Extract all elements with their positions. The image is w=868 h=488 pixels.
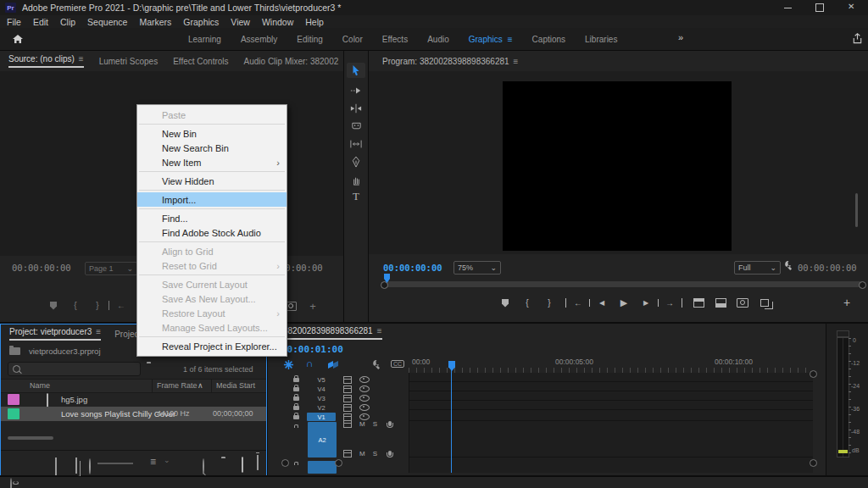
freeform-view-button[interactable]: [75, 458, 77, 474]
track-label-v4[interactable]: V4: [307, 385, 336, 393]
scroll-handle[interactable]: [281, 459, 289, 467]
add-marker-button[interactable]: [494, 299, 516, 308]
mark-out-button[interactable]: }: [86, 301, 108, 310]
sync-lock-icon[interactable]: [343, 404, 352, 412]
workspace-tab-graphics[interactable]: Graphics ≡: [469, 35, 513, 44]
audio-source-patch-partial[interactable]: [308, 461, 337, 474]
timeline-lanes[interactable]: [409, 373, 813, 473]
program-scrubber[interactable]: [384, 281, 862, 287]
solo-button[interactable]: S: [373, 420, 377, 428]
workspace-menu-icon[interactable]: ≡: [508, 35, 513, 44]
panel-menu-icon[interactable]: ≡: [514, 57, 519, 66]
share-button[interactable]: [851, 32, 864, 45]
menu-edit[interactable]: Edit: [33, 17, 48, 27]
menu-item-view-hidden[interactable]: View Hidden: [137, 174, 287, 188]
workspace-tab-color[interactable]: Color: [342, 35, 363, 44]
workspace-tab-learning[interactable]: Learning: [188, 35, 221, 44]
go-to-in-button[interactable]: ←: [565, 298, 589, 308]
search-input[interactable]: [8, 362, 141, 376]
horizontal-scrollbar[interactable]: [8, 436, 53, 440]
tab-source[interactable]: Source: (no clips) ≡: [8, 54, 84, 68]
mark-in-button[interactable]: {: [516, 298, 538, 308]
mark-out-button[interactable]: }: [538, 298, 560, 308]
scroll-handle[interactable]: [810, 459, 817, 467]
program-resolution-dropdown[interactable]: Full⌄: [734, 261, 781, 274]
zoom-slider-knob[interactable]: [89, 459, 91, 474]
column-media-start[interactable]: Media Start: [216, 381, 255, 390]
button-editor-button[interactable]: +: [302, 300, 324, 313]
track-label-v5[interactable]: V5: [307, 375, 336, 384]
track-output-icon[interactable]: [359, 395, 370, 402]
column-frame-rate[interactable]: Frame Rate: [157, 381, 198, 390]
tab-project-vietproducer3[interactable]: Project: vietproducer3 ≡: [9, 327, 101, 341]
voiceover-record-icon[interactable]: [388, 421, 392, 426]
clear-button[interactable]: [257, 455, 259, 470]
workspace-tab-editing[interactable]: Editing: [297, 35, 323, 44]
snap-toggle-button[interactable]: ∩: [306, 358, 314, 369]
export-frame-button[interactable]: [732, 298, 754, 308]
track-output-icon[interactable]: [359, 385, 370, 392]
track-lock-icon[interactable]: [293, 387, 299, 391]
track-label-v3[interactable]: V3: [307, 394, 336, 402]
track-lock-icon[interactable]: [293, 378, 299, 382]
program-zoom-dropdown[interactable]: 75%⌄: [453, 261, 501, 274]
pen-tool[interactable]: [347, 154, 365, 169]
program-scrollbar[interactable]: [855, 193, 858, 227]
sync-lock-icon[interactable]: [343, 376, 352, 384]
menu-item-find-adobe-stock-audio[interactable]: Find Adobe Stock Audio: [137, 225, 287, 240]
menu-file[interactable]: File: [7, 17, 21, 27]
workspace-tab-audio[interactable]: Audio: [427, 35, 449, 44]
track-lock-icon[interactable]: [293, 396, 299, 401]
track-output-icon[interactable]: [359, 376, 370, 383]
slip-tool[interactable]: [347, 136, 365, 152]
step-back-button[interactable]: ◀: [589, 299, 613, 307]
sync-lock-icon[interactable]: [343, 450, 352, 458]
nest-toggle-button[interactable]: [283, 359, 294, 370]
menu-sequence[interactable]: Sequence: [87, 17, 127, 27]
menu-item-import[interactable]: Import...: [137, 192, 287, 207]
tab-sequence[interactable]: 3820028398898366281 ≡: [283, 326, 382, 340]
scrubber-right-handle[interactable]: [859, 281, 866, 289]
comparison-view-button[interactable]: [754, 299, 776, 307]
menu-item-new-bin[interactable]: New Bin: [137, 126, 287, 141]
voiceover-record-icon[interactable]: [388, 451, 392, 456]
label-color-swatch[interactable]: [8, 394, 19, 405]
new-item-button[interactable]: [242, 458, 243, 473]
play-button[interactable]: ▶: [613, 297, 635, 308]
menu-clip[interactable]: Clip: [60, 17, 75, 27]
workspace-tab-captions[interactable]: Captions: [532, 35, 565, 44]
extract-button[interactable]: [709, 298, 732, 308]
tab-audio-clip-mixer[interactable]: Audio Clip Mixer: 382002: [244, 57, 339, 66]
menu-graphics[interactable]: Graphics: [183, 17, 219, 27]
timeline-timecode[interactable]: 00:00:01:00: [281, 344, 343, 355]
home-button[interactable]: [11, 32, 25, 46]
selection-tool[interactable]: [347, 63, 365, 78]
close-button[interactable]: ✕: [848, 2, 854, 11]
table-row[interactable]: hg5.jpg: [1, 392, 266, 407]
ripple-edit-tool[interactable]: [347, 101, 365, 116]
solo-button[interactable]: S: [373, 450, 377, 458]
menu-item-find[interactable]: Find...: [137, 211, 287, 225]
audio-source-patch[interactable]: A2: [308, 422, 337, 458]
table-row-selected[interactable]: Love songs Playlist Chilly Cover 44100 H…: [1, 407, 266, 421]
menu-markers[interactable]: Markers: [139, 17, 171, 27]
timeline-playhead-line[interactable]: [451, 369, 452, 473]
hand-tool[interactable]: [347, 172, 365, 187]
workspace-overflow-button[interactable]: »: [678, 32, 683, 42]
sort-button[interactable]: ≡: [150, 456, 156, 468]
go-to-in-button[interactable]: ←: [108, 301, 132, 310]
mute-button[interactable]: M: [359, 420, 365, 428]
minimize-button[interactable]: [784, 8, 792, 8]
tab-program[interactable]: Program: 3820028398898366281 ≡: [382, 57, 518, 66]
scroll-handle[interactable]: [335, 459, 342, 467]
timeline-settings-button[interactable]: [370, 359, 381, 370]
go-to-out-button[interactable]: →: [659, 298, 682, 308]
track-label-v1[interactable]: V1: [307, 413, 336, 421]
type-tool[interactable]: T: [347, 189, 365, 204]
track-lock-icon[interactable]: [293, 415, 299, 419]
label-color-swatch[interactable]: [8, 408, 19, 419]
menu-view[interactable]: View: [231, 17, 250, 27]
menu-window[interactable]: Window: [262, 17, 293, 27]
panel-menu-icon[interactable]: ≡: [96, 327, 101, 336]
track-label-v2[interactable]: V2: [307, 403, 336, 412]
